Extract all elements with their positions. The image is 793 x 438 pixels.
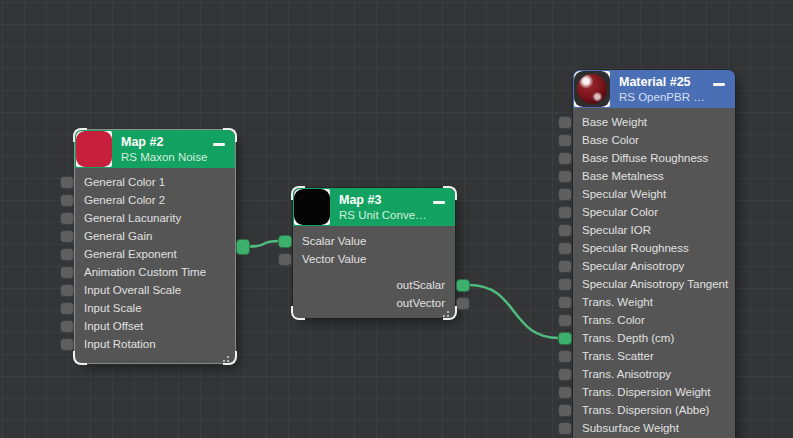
port-row: Vector Value <box>293 250 455 268</box>
port-label: Trans. Weight <box>573 293 735 311</box>
input-port[interactable] <box>278 235 292 248</box>
node-output-list: outScalaroutVector <box>293 276 455 312</box>
input-port[interactable] <box>558 404 572 417</box>
input-port[interactable] <box>60 302 74 315</box>
port-label: Specular IOR <box>573 221 735 239</box>
node-type-label: RS Unit Conversion <box>339 208 429 222</box>
input-port[interactable] <box>60 176 74 189</box>
port-row: Base Diffuse Roughness <box>573 149 735 167</box>
port-row: General Color 2 <box>75 191 235 209</box>
port-row: Subsurface Weight <box>573 419 735 437</box>
port-label: Input Overall Scale <box>75 281 235 299</box>
port-row: Input Rotation <box>75 335 235 353</box>
input-port[interactable] <box>60 230 74 243</box>
port-label: outVector <box>293 294 455 312</box>
input-port[interactable] <box>558 422 572 435</box>
port-row: Base Weight <box>573 113 735 131</box>
port-row: Trans. Dispersion (Abbe) <box>573 401 735 419</box>
input-port[interactable] <box>558 350 572 363</box>
input-port[interactable] <box>558 260 572 273</box>
node-title: Map #3 <box>339 192 429 208</box>
input-port[interactable] <box>60 212 74 225</box>
input-port[interactable] <box>278 253 292 266</box>
resize-grip-icon[interactable] <box>227 356 229 358</box>
node-header[interactable]: Map #3 RS Unit Conversion <box>293 188 455 226</box>
port-label: Trans. Depth (cm) <box>573 329 735 347</box>
output-port[interactable] <box>456 297 470 310</box>
node-type-label: RS OpenPBR Mate… <box>619 90 709 104</box>
input-port[interactable] <box>558 116 572 129</box>
node-port-list: Base WeightBase ColorBase Diffuse Roughn… <box>573 108 735 438</box>
collapse-icon[interactable] <box>433 201 445 204</box>
port-label: Input Offset <box>75 317 235 335</box>
input-port[interactable] <box>558 134 572 147</box>
input-port[interactable] <box>60 194 74 207</box>
input-port[interactable] <box>558 224 572 237</box>
input-port[interactable] <box>558 368 572 381</box>
port-label: Input Rotation <box>75 335 235 353</box>
node-title: Material #25 <box>619 74 709 90</box>
port-row: Specular Weight <box>573 185 735 203</box>
port-label: Subsurface Weight <box>573 419 735 437</box>
material-preview-sphere-icon <box>577 74 607 104</box>
node-editor-canvas[interactable]: Map #2 RS Maxon Noise General Color 1Gen… <box>0 0 793 438</box>
connection-wire[interactable] <box>249 241 279 247</box>
input-port[interactable] <box>60 284 74 297</box>
input-port[interactable] <box>558 314 572 327</box>
input-port[interactable] <box>558 278 572 291</box>
port-row: Input Scale <box>75 299 235 317</box>
port-row: outScalar <box>293 276 455 294</box>
port-row: Trans. Anisotropy <box>573 365 735 383</box>
port-row: outVector <box>293 294 455 312</box>
input-port[interactable] <box>558 242 572 255</box>
input-port[interactable] <box>60 338 74 351</box>
node-material25[interactable]: Material #25 RS OpenPBR Mate… Base Weigh… <box>573 70 735 438</box>
port-row: Input Offset <box>75 317 235 335</box>
node-thumbnail[interactable] <box>76 131 112 167</box>
connection-wire[interactable] <box>469 285 559 338</box>
port-row: Specular Roughness <box>573 239 735 257</box>
node-header[interactable]: Material #25 RS OpenPBR Mate… <box>573 70 735 108</box>
port-label: Base Diffuse Roughness <box>573 149 735 167</box>
port-label: Input Scale <box>75 299 235 317</box>
port-row: Scalar Value <box>293 232 455 250</box>
node-header[interactable]: Map #2 RS Maxon Noise <box>75 130 235 168</box>
input-port[interactable] <box>558 188 572 201</box>
port-label: Trans. Anisotropy <box>573 365 735 383</box>
input-port[interactable] <box>558 206 572 219</box>
port-label: Specular Color <box>573 203 735 221</box>
port-label: General Exponent <box>75 245 235 263</box>
port-label: Specular Roughness <box>573 239 735 257</box>
node-map2[interactable]: Map #2 RS Maxon Noise General Color 1Gen… <box>75 130 235 363</box>
port-label: Specular Anisotropy Tangent <box>573 275 735 293</box>
port-label: Animation Custom Time <box>75 263 235 281</box>
material-preview-thumbnail[interactable] <box>574 71 610 107</box>
port-label: Base Metalness <box>573 167 735 185</box>
input-port[interactable] <box>60 248 74 261</box>
resize-grip-icon[interactable] <box>447 311 449 313</box>
port-row: Specular IOR <box>573 221 735 239</box>
input-port[interactable] <box>558 332 572 345</box>
node-title: Map #2 <box>121 134 209 150</box>
output-port[interactable] <box>456 279 470 292</box>
node-type-label: RS Maxon Noise <box>121 150 209 164</box>
input-port[interactable] <box>558 170 572 183</box>
port-row: Base Color <box>573 131 735 149</box>
port-row: General Lacunarity <box>75 209 235 227</box>
input-port[interactable] <box>60 320 74 333</box>
input-port[interactable] <box>558 386 572 399</box>
port-row: General Exponent <box>75 245 235 263</box>
node-thumbnail[interactable] <box>294 189 330 225</box>
port-label: Base Weight <box>573 113 735 131</box>
output-port[interactable] <box>236 239 250 255</box>
port-label: Trans. Dispersion Weight <box>573 383 735 401</box>
input-port[interactable] <box>558 296 572 309</box>
port-row: Specular Anisotropy <box>573 257 735 275</box>
collapse-icon[interactable] <box>213 143 225 146</box>
port-label: Scalar Value <box>293 232 455 250</box>
collapse-icon[interactable] <box>713 83 725 86</box>
port-label: Base Color <box>573 131 735 149</box>
input-port[interactable] <box>558 152 572 165</box>
input-port[interactable] <box>60 266 74 279</box>
node-map3[interactable]: Map #3 RS Unit Conversion Scalar ValueVe… <box>293 188 455 318</box>
